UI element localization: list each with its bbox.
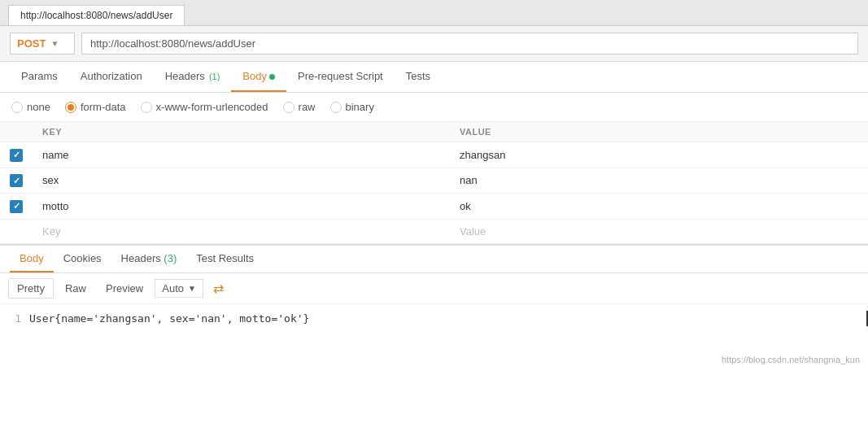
method-label: POST — [17, 37, 46, 50]
table-row: name zhangsan — [0, 142, 868, 168]
radio-none[interactable] — [11, 102, 23, 113]
pretty-button[interactable]: Pretty — [8, 278, 54, 299]
line-number-1: 1 — [0, 311, 29, 326]
tab-params[interactable]: Params — [10, 62, 69, 92]
method-selector[interactable]: POST ▼ — [10, 33, 75, 55]
format-label: Auto — [162, 282, 184, 294]
raw-button[interactable]: Raw — [57, 279, 94, 298]
row1-checkbox-cell[interactable] — [0, 142, 33, 168]
option-urlencoded-label: x-www-form-urlencoded — [156, 101, 268, 113]
watermark: https://blog.csdn.net/shangnia_kun — [722, 355, 860, 364]
response-toolbar: Pretty Raw Preview Auto ▼ ⇄ — [0, 273, 868, 304]
option-raw[interactable]: raw — [283, 101, 316, 113]
option-binary-label: binary — [346, 101, 374, 113]
code-content-1: User{name='zhangsan', sex='nan', motto='… — [29, 311, 868, 326]
row1-checkbox[interactable] — [10, 149, 23, 162]
tab-authorization-label: Authorization — [81, 70, 142, 82]
response-tab-test-results-label: Test Results — [196, 252, 254, 264]
response-tab-test-results[interactable]: Test Results — [186, 246, 264, 273]
option-none-label: none — [27, 101, 50, 113]
tab-tests[interactable]: Tests — [395, 62, 442, 92]
empty-checkbox-cell — [0, 219, 33, 243]
tab-body[interactable]: Body — [231, 62, 286, 92]
response-tab-headers[interactable]: Headers (3) — [111, 246, 187, 273]
option-urlencoded[interactable]: x-www-form-urlencoded — [141, 101, 268, 113]
option-raw-label: raw — [299, 101, 316, 113]
response-tab-headers-badge: (3) — [161, 252, 177, 264]
url-input[interactable] — [81, 33, 858, 55]
option-none[interactable]: none — [11, 101, 50, 113]
table-row: motto ok — [0, 194, 868, 220]
empty-value[interactable]: Value — [450, 219, 868, 243]
response-tab-body[interactable]: Body — [10, 246, 54, 273]
radio-raw[interactable] — [283, 102, 294, 113]
tab-headers-badge: (1) — [207, 72, 220, 81]
preview-button[interactable]: Preview — [98, 279, 151, 298]
browser-tab-label: http://localhost:8080/news/addUser — [20, 10, 172, 21]
tab-pre-request[interactable]: Pre-request Script — [286, 62, 395, 92]
table-row-empty: Key Value — [0, 219, 868, 243]
row3-checkbox[interactable] — [10, 200, 23, 213]
row1-value[interactable]: zhangsan — [450, 142, 868, 168]
row2-key[interactable]: sex — [33, 168, 450, 194]
row1-key[interactable]: name — [33, 142, 450, 168]
tab-headers[interactable]: Headers (1) — [154, 62, 232, 92]
empty-key[interactable]: Key — [33, 219, 450, 243]
tab-tests-label: Tests — [406, 70, 430, 82]
table-row: sex nan — [0, 168, 868, 194]
tab-params-label: Params — [21, 70, 58, 82]
row3-value[interactable]: ok — [450, 194, 868, 220]
response-tab-cookies[interactable]: Cookies — [54, 246, 111, 273]
option-binary[interactable]: binary — [330, 101, 374, 113]
response-section: Body Cookies Headers (3) Test Results Pr… — [0, 244, 868, 369]
browser-tab-bar: http://localhost:8080/news/addUser — [0, 0, 868, 26]
row3-key[interactable]: motto — [33, 194, 450, 220]
tab-headers-label: Headers — [165, 70, 205, 82]
response-tab-headers-label: Headers — [121, 252, 161, 264]
radio-form-data[interactable] — [65, 102, 76, 113]
request-tabs: Params Authorization Headers (1) Body Pr… — [0, 62, 868, 93]
option-form-data[interactable]: form-data — [65, 101, 126, 113]
url-bar: POST ▼ — [0, 26, 868, 62]
option-form-data-label: form-data — [81, 101, 126, 113]
tab-authorization[interactable]: Authorization — [69, 62, 154, 92]
radio-urlencoded[interactable] — [141, 102, 152, 113]
tab-pre-request-label: Pre-request Script — [298, 70, 383, 82]
row3-checkbox-cell[interactable] — [0, 194, 33, 220]
col-checkbox — [0, 122, 33, 142]
response-tab-body-label: Body — [20, 252, 44, 264]
tab-body-label: Body — [242, 70, 267, 82]
row2-checkbox-cell[interactable] — [0, 168, 33, 194]
body-active-dot — [269, 74, 275, 80]
code-line-1: 1 User{name='zhangsan', sex='nan', motto… — [0, 311, 868, 326]
kv-table: KEY VALUE name zhangsan sex nan — [0, 122, 868, 244]
response-tabs: Body Cookies Headers (3) Test Results — [0, 246, 868, 273]
body-options: none form-data x-www-form-urlencoded raw… — [0, 93, 868, 122]
method-arrow: ▼ — [50, 39, 59, 48]
row2-checkbox[interactable] — [10, 174, 23, 187]
col-key-header: KEY — [33, 122, 450, 142]
format-selector[interactable]: Auto ▼ — [155, 279, 203, 298]
radio-binary[interactable] — [330, 102, 342, 113]
row2-value[interactable]: nan — [450, 168, 868, 194]
col-value-header: VALUE — [450, 122, 868, 142]
format-arrow: ▼ — [188, 284, 196, 293]
browser-tab[interactable]: http://localhost:8080/news/addUser — [8, 5, 185, 25]
wrap-icon[interactable]: ⇄ — [213, 281, 224, 296]
response-tab-cookies-label: Cookies — [63, 252, 102, 264]
